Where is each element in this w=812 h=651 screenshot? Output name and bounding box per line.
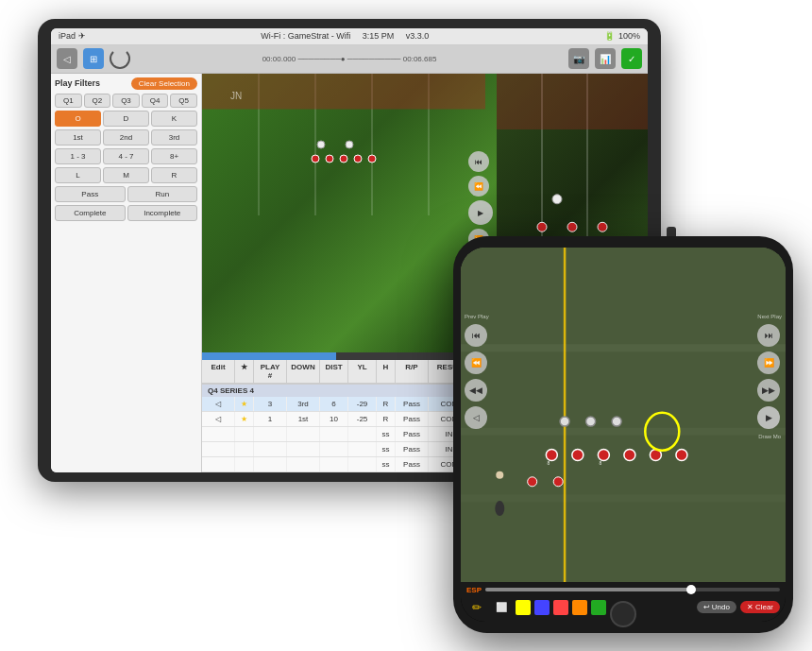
check-icon[interactable]: ✓ (621, 48, 642, 69)
complete-button[interactable]: Complete (55, 205, 126, 221)
phone-play-button[interactable]: ▶ (757, 406, 780, 429)
q2-button[interactable]: Q2 (84, 94, 111, 108)
filter-panel: Play Filters Clear Selection Q1 Q2 Q3 Q4… (51, 74, 202, 472)
left-hash-button[interactable]: L (55, 167, 101, 183)
scene: iPad ✈ Wi-Fi : GameStrat - Wifi 3:15 PM … (19, 19, 793, 633)
incomplete-button[interactable]: Incomplete (127, 205, 198, 221)
q5-button[interactable]: Q5 (170, 94, 197, 108)
pass-button[interactable]: Pass (55, 186, 126, 202)
td-h-2: R (377, 412, 396, 426)
offense-button[interactable]: O (55, 111, 101, 127)
svg-point-5 (326, 155, 333, 163)
svg-point-26 (572, 449, 584, 460)
th-edit: Edit (202, 360, 235, 383)
defense-button[interactable]: D (103, 111, 149, 127)
timecode-display: 00:00.000 ────────● ────────── 00:06.685 (136, 55, 563, 63)
svg-point-9 (317, 141, 325, 148)
dist2-button[interactable]: 4 - 7 (103, 148, 149, 164)
svg-point-32 (586, 417, 596, 426)
camera-icon[interactable]: 📷 (568, 48, 589, 69)
timeline-fill (202, 352, 336, 360)
second-down-button[interactable]: 2nd (103, 129, 149, 146)
down-row: 1st 2nd 3rd (55, 129, 197, 146)
back-icon[interactable]: ◁ (57, 48, 77, 69)
svg-point-17 (598, 222, 607, 231)
td-edit-5[interactable] (202, 457, 235, 471)
svg-point-28 (624, 449, 635, 460)
phone-progress-row: ESP (466, 586, 780, 594)
color-yellow[interactable] (516, 600, 531, 615)
refresh-icon[interactable] (110, 48, 130, 69)
clear-selection-button[interactable]: Clear Selection (131, 77, 197, 90)
td-yl-5 (348, 457, 377, 471)
clear-button[interactable]: ✕ Clear (740, 601, 780, 613)
prev-play-label: Prev Play (465, 314, 489, 319)
td-down-4 (287, 442, 320, 456)
rewind-fast-button[interactable]: ⏮ (468, 151, 489, 172)
draw-mode-label: Draw Mo (757, 434, 782, 439)
td-down-2: 1st (287, 412, 320, 426)
pen-icon[interactable]: ✏ (466, 597, 487, 618)
td-down-1: 3rd (287, 397, 320, 411)
q4-button[interactable]: Q4 (142, 94, 169, 108)
td-star-3[interactable] (235, 427, 254, 441)
tablet-statusbar: iPad ✈ Wi-Fi : GameStrat - Wifi 3:15 PM … (51, 28, 648, 45)
phone-home-button[interactable] (610, 601, 636, 627)
phone-forward-slow-button[interactable]: ▶▶ (757, 379, 780, 402)
dist1-button[interactable]: 1 - 3 (55, 148, 101, 164)
q1-button[interactable]: Q1 (55, 94, 82, 108)
play-pause-button[interactable]: ▶ (468, 200, 493, 225)
svg-point-34 (528, 476, 537, 486)
q3-button[interactable]: Q3 (112, 94, 140, 108)
svg-point-10 (346, 141, 353, 148)
phone-next-play-button[interactable]: ⏭ (757, 324, 780, 347)
kicking-button[interactable]: K (151, 111, 197, 127)
td-star-5[interactable] (235, 457, 254, 471)
third-down-button[interactable]: 3rd (151, 129, 197, 146)
phone-field: 8 8 (461, 248, 786, 582)
color-red[interactable] (553, 600, 568, 615)
run-button[interactable]: Run (127, 186, 198, 202)
progress-track[interactable] (485, 588, 780, 591)
td-yl-1: -29 (348, 397, 377, 411)
eraser-icon[interactable]: ⬜ (491, 597, 512, 618)
phone-prev-play-button[interactable]: ⏮ (465, 324, 487, 347)
color-blue[interactable] (534, 600, 550, 615)
td-dist-5 (320, 457, 348, 471)
undo-button[interactable]: ↩ Undo (697, 601, 736, 613)
th-play: PLAY # (254, 360, 287, 383)
td-rp-5: Pass (396, 457, 429, 471)
right-hash-button[interactable]: R (151, 167, 197, 183)
td-edit-2[interactable]: ◁ (202, 412, 235, 426)
td-star-1[interactable]: ★ (235, 397, 254, 411)
first-down-button[interactable]: 1st (55, 129, 101, 146)
phone-rewind-slow-button[interactable]: ◀◀ (465, 379, 487, 402)
td-edit-3[interactable] (202, 427, 235, 441)
td-edit-1[interactable]: ◁ (202, 397, 235, 411)
td-dist-1: 6 (320, 397, 348, 411)
color-green[interactable] (591, 600, 606, 615)
phone-field-svg: 8 8 (461, 248, 786, 582)
progress-thumb[interactable] (686, 585, 696, 594)
td-edit-4[interactable] (202, 442, 235, 456)
color-orange[interactable] (572, 600, 587, 615)
td-star-2[interactable]: ★ (235, 412, 254, 426)
filter-header: Play Filters Clear Selection (55, 77, 197, 90)
chart-icon[interactable]: 📊 (595, 48, 616, 69)
td-play-4 (254, 442, 287, 456)
phone-forward-button[interactable]: ⏩ (757, 351, 780, 374)
rewind-button[interactable]: ⏪ (468, 176, 489, 197)
dist3-button[interactable]: 8+ (151, 148, 197, 164)
clear-x-icon: ✕ (747, 603, 753, 611)
grid-icon[interactable]: ⊞ (83, 48, 104, 69)
td-rp-4: Pass (396, 442, 429, 456)
td-star-4[interactable] (235, 442, 254, 456)
svg-point-15 (537, 222, 547, 231)
middle-hash-button[interactable]: M (103, 167, 149, 183)
svg-point-31 (560, 417, 569, 426)
phone-rewind-button[interactable]: ⏪ (465, 351, 487, 374)
phone-back-button[interactable]: ◁ (465, 406, 487, 429)
td-down-3 (287, 427, 320, 441)
undo-arrow-icon: ↩ (703, 603, 710, 611)
td-yl-2: -25 (348, 412, 377, 426)
